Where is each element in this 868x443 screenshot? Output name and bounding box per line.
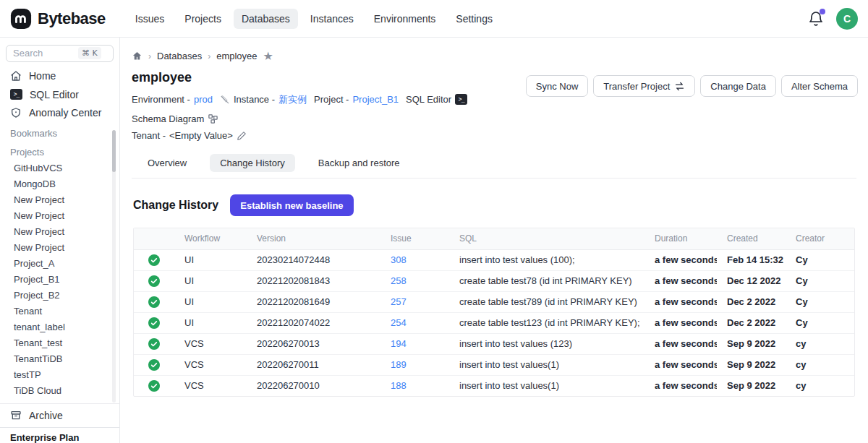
project-item[interactable]: New Project — [0, 239, 119, 255]
table-row[interactable]: UI 20221202074022 254 create table test1… — [134, 312, 854, 333]
transfer-project-button[interactable]: Transfer Project — [593, 75, 695, 97]
sync-now-button[interactable]: Sync Now — [526, 75, 589, 97]
table-row[interactable]: UI 20221202081649 257 create table test7… — [134, 291, 854, 312]
bytebase-logo-icon — [10, 8, 32, 30]
project-item[interactable]: New Project — [0, 207, 119, 223]
favorite-star-icon[interactable]: ★ — [263, 49, 273, 63]
action-buttons: Sync Now Transfer Project Change Data Al… — [526, 75, 858, 97]
table-header-row: Workflow Version Issue SQL Duration Crea… — [134, 228, 854, 249]
issue-link[interactable]: 188 — [391, 380, 407, 391]
success-icon — [148, 338, 160, 350]
success-icon — [148, 254, 160, 266]
success-icon — [148, 296, 160, 308]
bookmarks-section-label: Bookmarks — [0, 122, 119, 141]
sidebar-item-label: SQL Editor — [30, 89, 79, 100]
search-box[interactable]: ⌘ K — [6, 45, 114, 62]
main-content: › Databases › employee ★ employee Enviro… — [120, 38, 868, 443]
sidebar-item-sql-editor[interactable]: >_ SQL Editor — [0, 85, 119, 104]
issue-link[interactable]: 257 — [391, 296, 407, 307]
top-bar: Bytebase Issues Projects Databases Insta… — [0, 0, 868, 38]
breadcrumb-separator: › — [148, 51, 151, 61]
breadcrumb-separator: › — [208, 51, 210, 61]
sidebar-item-label: Archive — [29, 410, 63, 421]
project-item[interactable]: tenant_label — [0, 319, 119, 335]
projects-list: GitHubVCS MongoDB New Project New Projec… — [0, 160, 119, 398]
issue-link[interactable]: 254 — [391, 317, 407, 328]
engine-icon — [220, 95, 230, 105]
breadcrumb-databases[interactable]: Databases — [157, 51, 202, 61]
nav-settings[interactable]: Settings — [448, 9, 501, 29]
tab-change-history[interactable]: Change History — [210, 154, 295, 172]
table-row[interactable]: UI 20221202081843 258 create table test7… — [134, 270, 854, 291]
meta-schema-diagram[interactable]: Schema Diagram — [132, 111, 218, 127]
sidebar-item-anomaly-center[interactable]: Anomaly Center — [0, 103, 119, 122]
search-input[interactable] — [13, 48, 78, 59]
alter-schema-button[interactable]: Alter Schema — [781, 75, 858, 97]
breadcrumb-employee[interactable]: employee — [216, 51, 257, 61]
column-duration: Duration — [644, 228, 717, 249]
success-icon — [148, 275, 160, 287]
sidebar-item-home[interactable]: Home — [0, 66, 119, 85]
project-item[interactable]: testTP — [0, 366, 119, 382]
instance-link[interactable]: 新实例 — [278, 91, 307, 108]
project-item[interactable]: MongoDB — [0, 176, 119, 192]
project-item[interactable]: Tenant_test — [0, 335, 119, 350]
project-item[interactable]: New Project — [0, 192, 119, 207]
tab-overview[interactable]: Overview — [137, 154, 197, 172]
project-item[interactable]: Tenant — [0, 303, 119, 319]
environment-link[interactable]: prod — [194, 91, 213, 108]
column-issue: Issue — [380, 228, 449, 249]
project-item[interactable]: TiDB Cloud — [0, 382, 119, 398]
sidebar-item-label: Home — [29, 70, 56, 82]
table-row[interactable]: VCS 202206270011 189 insert into test va… — [134, 354, 854, 375]
establish-baseline-button[interactable]: Establish new baseline — [230, 194, 353, 216]
archive-box-icon — [10, 410, 22, 421]
transfer-arrows-icon — [674, 81, 685, 92]
table-row[interactable]: VCS 202206270010 188 insert into test va… — [134, 375, 854, 396]
notification-badge — [820, 9, 825, 14]
meta-sql-editor[interactable]: SQL Editor >_ — [406, 91, 467, 108]
nav-instances[interactable]: Instances — [302, 9, 362, 29]
column-sql: SQL — [449, 228, 644, 249]
edit-pencil-icon[interactable] — [237, 131, 247, 141]
project-item[interactable]: Project_B1 — [0, 271, 119, 287]
table-row[interactable]: VCS 202206270013 194 insert into test va… — [134, 333, 854, 354]
home-icon — [10, 70, 22, 82]
column-created: Created — [717, 228, 786, 249]
sidebar-divider — [0, 403, 119, 404]
user-avatar[interactable]: C — [836, 8, 858, 30]
column-version: Version — [247, 228, 380, 249]
meta-environment: Environment - prod — [132, 91, 213, 108]
sidebar: ⌘ K Home >_ SQL Editor Anomaly Center — [0, 38, 120, 443]
nav-environments[interactable]: Environments — [366, 9, 444, 29]
meta-project: Project - Project_B1 — [314, 91, 399, 108]
bytebase-logo[interactable]: Bytebase — [10, 8, 106, 30]
nav-issues[interactable]: Issues — [127, 9, 172, 29]
project-item[interactable]: Project_B2 — [0, 287, 119, 303]
table-row[interactable]: UI 20230214072448 308 insert into test v… — [134, 249, 854, 270]
issue-link[interactable]: 194 — [391, 338, 407, 349]
project-item[interactable]: TenantTiDB — [0, 350, 119, 366]
shield-icon — [10, 107, 22, 119]
sidebar-item-label: Anomaly Center — [29, 107, 101, 119]
sidebar-item-archive[interactable]: Archive — [0, 406, 119, 424]
project-item[interactable]: New Project — [0, 223, 119, 239]
notifications-bell-icon[interactable] — [807, 10, 825, 27]
breadcrumb-home-icon[interactable] — [132, 51, 142, 61]
sidebar-scrollbar-thumb[interactable] — [112, 130, 116, 172]
column-creator: Creator — [786, 228, 854, 249]
project-item[interactable]: Project_A — [0, 255, 119, 271]
issue-link[interactable]: 189 — [391, 359, 407, 370]
tab-backup-and-restore[interactable]: Backup and restore — [308, 154, 410, 172]
project-link[interactable]: Project_B1 — [352, 91, 399, 108]
issue-link[interactable]: 308 — [391, 254, 407, 265]
column-status — [134, 228, 174, 249]
change-data-button[interactable]: Change Data — [700, 75, 776, 97]
success-icon — [148, 380, 160, 392]
nav-projects[interactable]: Projects — [176, 9, 229, 29]
sidebar-scrollbar-track[interactable] — [112, 160, 116, 403]
issue-link[interactable]: 258 — [391, 275, 407, 286]
project-item[interactable]: GitHubVCS — [0, 160, 119, 176]
schema-diagram-icon — [208, 113, 218, 124]
nav-databases[interactable]: Databases — [234, 9, 298, 29]
